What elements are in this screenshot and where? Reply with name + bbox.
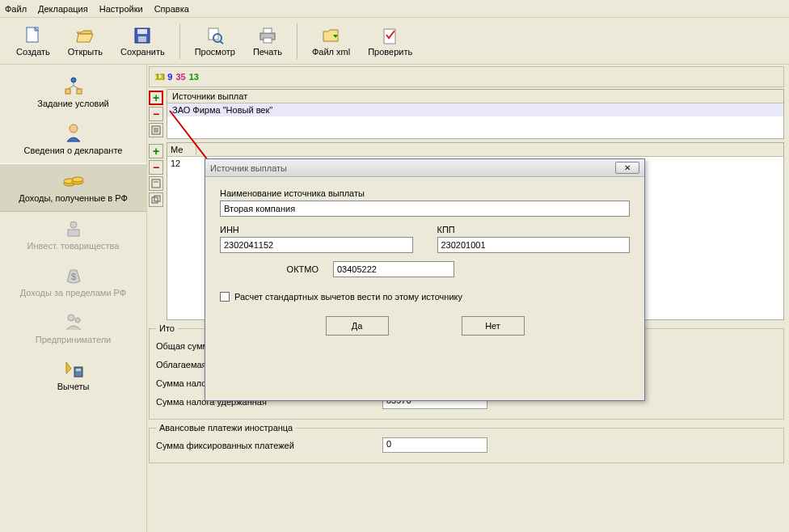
nav-deduct-label: Вычеты bbox=[57, 382, 90, 391]
income-table-header: Ме bbox=[167, 143, 783, 157]
new-button[interactable]: Создать bbox=[10, 24, 57, 58]
save-label: Сохранить bbox=[120, 47, 165, 57]
new-label: Создать bbox=[16, 47, 50, 57]
nav-conditions-label: Задание условий bbox=[37, 99, 108, 108]
check-label: Проверить bbox=[368, 47, 412, 57]
totals-legend: Ито bbox=[156, 323, 178, 333]
dialog-title: Источник выплаты bbox=[210, 163, 615, 173]
payment-source-dialog: Источник выплаты ✕ Наименование источник… bbox=[205, 158, 645, 401]
remove-income-button[interactable]: − bbox=[149, 160, 163, 175]
rate-9[interactable]: 9 bbox=[167, 72, 172, 82]
repeat-income-button[interactable] bbox=[149, 192, 163, 207]
nav-invest-label: Инвест. товарищества bbox=[27, 241, 120, 251]
svg-rect-3 bbox=[138, 36, 146, 42]
entrepreneur-icon bbox=[61, 310, 86, 333]
rate-13-b[interactable]: 13 bbox=[189, 72, 199, 82]
nav-deductions[interactable]: Вычеты bbox=[0, 353, 146, 399]
std-deduct-label: Расчет стандартных вычетов вести по этом… bbox=[234, 292, 462, 302]
nav-income-label: Доходы, полученные в РФ bbox=[19, 193, 128, 203]
menu-declaration[interactable]: Декларация bbox=[38, 4, 88, 14]
menu-bar: Файл Декларация Настройки Справка bbox=[0, 0, 789, 18]
nav-abroad[interactable]: $ Доходы за пределами РФ bbox=[0, 259, 146, 306]
open-button[interactable]: Открыть bbox=[61, 24, 109, 58]
sources-section: + − Источники выплат ЗАО Фирма "Новый ве… bbox=[149, 89, 784, 139]
moneybag-icon: $ bbox=[61, 264, 86, 286]
edit-income-button[interactable] bbox=[149, 176, 163, 191]
svg-point-11 bbox=[71, 78, 76, 82]
fixed-payments-label: Сумма фиксированных платежей bbox=[156, 441, 382, 450]
edit-source-button[interactable] bbox=[149, 123, 163, 137]
svg-line-6 bbox=[220, 41, 223, 44]
svg-point-22 bbox=[70, 222, 77, 228]
add-income-button[interactable]: + bbox=[149, 144, 163, 158]
coins-icon bbox=[61, 169, 86, 192]
rate-13-a[interactable]: 13 bbox=[154, 72, 164, 82]
check-icon bbox=[381, 26, 400, 45]
folder-open-icon bbox=[75, 26, 95, 45]
dialog-close-button[interactable]: ✕ bbox=[615, 162, 639, 174]
dialog-yes-button[interactable]: Да bbox=[326, 316, 389, 336]
svg-rect-9 bbox=[264, 38, 272, 43]
toolbar: Создать Открыть Сохранить Просмотр Печат… bbox=[0, 18, 789, 65]
svg-point-25 bbox=[68, 315, 74, 321]
sources-header: Источники выплат bbox=[167, 90, 783, 103]
source-name-input[interactable] bbox=[220, 201, 630, 217]
svg-rect-33 bbox=[152, 179, 160, 188]
menu-help[interactable]: Справка bbox=[154, 4, 189, 14]
tree-icon bbox=[61, 74, 86, 97]
nav-invest[interactable]: Инвест. товарищества bbox=[0, 212, 146, 259]
left-nav: Задание условий Сведения о декларанте До… bbox=[0, 65, 147, 532]
preview-label: Просмотр bbox=[195, 47, 235, 57]
menu-file[interactable]: Файл bbox=[5, 4, 27, 14]
nav-abroad-label: Доходы за пределами РФ bbox=[20, 288, 126, 298]
person-icon bbox=[61, 121, 86, 144]
nav-entrepreneur[interactable]: Предприниматели bbox=[0, 306, 146, 353]
svg-rect-12 bbox=[65, 89, 70, 94]
nav-conditions[interactable]: Задание условий bbox=[0, 70, 146, 116]
xml-button[interactable]: Файл xml bbox=[306, 24, 357, 58]
new-file-icon bbox=[23, 26, 43, 45]
add-source-button[interactable]: + bbox=[149, 91, 163, 105]
deduction-icon bbox=[61, 357, 86, 380]
print-icon bbox=[258, 26, 277, 45]
xml-icon bbox=[322, 26, 341, 45]
check-button[interactable]: Проверить bbox=[361, 24, 419, 58]
nav-declarant[interactable]: Сведения о декларанте bbox=[0, 116, 146, 163]
dialog-no-button[interactable]: Нет bbox=[462, 316, 525, 336]
print-button[interactable]: Печать bbox=[247, 24, 289, 58]
nav-entre-label: Предприниматели bbox=[36, 335, 111, 344]
nav-income-rf[interactable]: Доходы, полученные в РФ bbox=[0, 163, 146, 212]
source-row[interactable]: ЗАО Фирма "Новый век" bbox=[167, 103, 783, 116]
oktmo-label: ОКТМО bbox=[220, 264, 325, 274]
remove-source-button[interactable]: − bbox=[149, 107, 163, 121]
advance-legend: Авансовые платежи иностранца bbox=[156, 423, 296, 433]
sources-buttons: + − bbox=[149, 89, 167, 139]
oktmo-input[interactable] bbox=[333, 261, 454, 277]
inn-label: ИНН bbox=[220, 225, 413, 234]
toolbar-separator bbox=[179, 23, 180, 59]
rate-35[interactable]: 35 bbox=[175, 72, 185, 82]
svg-point-17 bbox=[70, 125, 78, 133]
svg-rect-27 bbox=[74, 367, 82, 377]
svg-line-15 bbox=[68, 86, 74, 89]
std-deduct-checkbox[interactable] bbox=[220, 292, 230, 302]
inn-input[interactable] bbox=[220, 237, 413, 253]
kpp-label: КПП bbox=[437, 225, 631, 234]
nav-declarant-label: Сведения о декларанте bbox=[24, 146, 123, 155]
sources-list[interactable]: Источники выплат ЗАО Фирма "Новый век" bbox=[167, 89, 784, 139]
advance-fieldset: Авансовые платежи иностранца Сумма фикси… bbox=[149, 423, 784, 463]
dialog-titlebar[interactable]: Источник выплаты ✕ bbox=[205, 159, 644, 177]
save-icon bbox=[133, 26, 152, 45]
svg-point-21 bbox=[72, 177, 83, 182]
fixed-payments-value: 0 bbox=[382, 437, 487, 453]
svg-rect-13 bbox=[77, 89, 82, 94]
svg-rect-2 bbox=[137, 29, 147, 34]
svg-rect-8 bbox=[264, 28, 272, 33]
kpp-input[interactable] bbox=[437, 237, 631, 253]
preview-button[interactable]: Просмотр bbox=[188, 24, 242, 58]
save-button[interactable]: Сохранить bbox=[114, 24, 171, 58]
xml-label: Файл xml bbox=[312, 47, 350, 57]
month-cell: 12 bbox=[167, 157, 196, 170]
menu-settings[interactable]: Настройки bbox=[99, 4, 143, 14]
open-label: Открыть bbox=[68, 47, 103, 57]
